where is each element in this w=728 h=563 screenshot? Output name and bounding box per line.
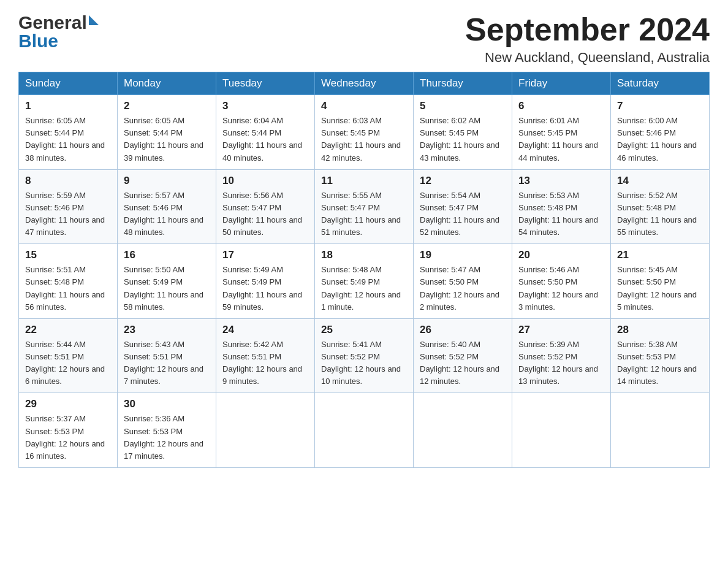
day-info: Sunrise: 5:48 AMSunset: 5:49 PMDaylight:… — [321, 265, 401, 311]
day-number: 11 — [321, 175, 407, 187]
day-number: 7 — [617, 100, 703, 112]
table-cell: 30 Sunrise: 5:36 AMSunset: 5:53 PMDaylig… — [118, 393, 216, 468]
table-cell: 21 Sunrise: 5:45 AMSunset: 5:50 PMDaylig… — [611, 244, 710, 319]
day-number: 15 — [25, 249, 111, 261]
day-info: Sunrise: 5:49 AMSunset: 5:49 PMDaylight:… — [222, 265, 302, 311]
day-number: 20 — [518, 249, 604, 261]
table-cell — [414, 393, 512, 468]
week-row-1: 1 Sunrise: 6:05 AMSunset: 5:44 PMDayligh… — [19, 95, 710, 170]
day-info: Sunrise: 6:05 AMSunset: 5:44 PMDaylight:… — [25, 116, 105, 162]
header-friday: Friday — [512, 72, 611, 95]
week-row-4: 22 Sunrise: 5:44 AMSunset: 5:51 PMDaylig… — [19, 318, 710, 393]
day-number: 24 — [222, 324, 308, 336]
day-info: Sunrise: 5:37 AMSunset: 5:53 PMDaylight:… — [25, 414, 105, 460]
logo-arrow-icon — [89, 15, 99, 25]
table-cell: 5 Sunrise: 6:02 AMSunset: 5:45 PMDayligh… — [414, 95, 512, 170]
day-info: Sunrise: 6:02 AMSunset: 5:45 PMDaylight:… — [420, 116, 499, 162]
table-cell: 13 Sunrise: 5:53 AMSunset: 5:48 PMDaylig… — [512, 169, 611, 244]
day-info: Sunrise: 5:36 AMSunset: 5:53 PMDaylight:… — [124, 414, 203, 460]
table-cell: 22 Sunrise: 5:44 AMSunset: 5:51 PMDaylig… — [19, 318, 118, 393]
day-info: Sunrise: 5:44 AMSunset: 5:51 PMDaylight:… — [25, 340, 105, 386]
day-info: Sunrise: 5:56 AMSunset: 5:47 PMDaylight:… — [222, 191, 302, 237]
table-cell: 18 Sunrise: 5:48 AMSunset: 5:49 PMDaylig… — [315, 244, 414, 319]
table-cell — [216, 393, 315, 468]
day-number: 2 — [124, 100, 210, 112]
table-cell: 14 Sunrise: 5:52 AMSunset: 5:48 PMDaylig… — [611, 169, 710, 244]
day-number: 26 — [420, 324, 506, 336]
table-cell: 7 Sunrise: 6:00 AMSunset: 5:46 PMDayligh… — [611, 95, 710, 170]
header-tuesday: Tuesday — [216, 72, 315, 95]
day-info: Sunrise: 6:01 AMSunset: 5:45 PMDaylight:… — [518, 116, 598, 162]
table-cell: 24 Sunrise: 5:42 AMSunset: 5:51 PMDaylig… — [216, 318, 315, 393]
day-number: 30 — [124, 398, 210, 410]
logo-line1: General — [18, 12, 99, 33]
header-saturday: Saturday — [611, 72, 710, 95]
month-title: September 2024 — [465, 12, 710, 47]
day-number: 19 — [420, 249, 506, 261]
table-cell: 10 Sunrise: 5:56 AMSunset: 5:47 PMDaylig… — [216, 169, 315, 244]
day-number: 27 — [518, 324, 604, 336]
table-cell: 16 Sunrise: 5:50 AMSunset: 5:49 PMDaylig… — [118, 244, 216, 319]
table-cell: 27 Sunrise: 5:39 AMSunset: 5:52 PMDaylig… — [512, 318, 611, 393]
table-cell: 20 Sunrise: 5:46 AMSunset: 5:50 PMDaylig… — [512, 244, 611, 319]
day-number: 12 — [420, 175, 506, 187]
day-info: Sunrise: 5:38 AMSunset: 5:53 PMDaylight:… — [617, 340, 697, 386]
day-info: Sunrise: 6:04 AMSunset: 5:44 PMDaylight:… — [222, 116, 302, 162]
day-number: 5 — [420, 100, 506, 112]
logo-text-general: General — [18, 12, 87, 33]
day-info: Sunrise: 5:57 AMSunset: 5:46 PMDaylight:… — [124, 191, 203, 237]
day-info: Sunrise: 5:59 AMSunset: 5:46 PMDaylight:… — [25, 191, 105, 237]
day-number: 21 — [617, 249, 703, 261]
title-area: September 2024 New Auckland, Queensland,… — [465, 12, 710, 66]
calendar-table: Sunday Monday Tuesday Wednesday Thursday… — [18, 72, 710, 468]
day-number: 1 — [25, 100, 111, 112]
day-number: 14 — [617, 175, 703, 187]
week-row-2: 8 Sunrise: 5:59 AMSunset: 5:46 PMDayligh… — [19, 169, 710, 244]
table-cell: 4 Sunrise: 6:03 AMSunset: 5:45 PMDayligh… — [315, 95, 414, 170]
day-info: Sunrise: 6:03 AMSunset: 5:45 PMDaylight:… — [321, 116, 401, 162]
table-cell — [512, 393, 611, 468]
day-info: Sunrise: 5:55 AMSunset: 5:47 PMDaylight:… — [321, 191, 401, 237]
table-cell: 26 Sunrise: 5:40 AMSunset: 5:52 PMDaylig… — [414, 318, 512, 393]
table-cell: 2 Sunrise: 6:05 AMSunset: 5:44 PMDayligh… — [118, 95, 216, 170]
header-wednesday: Wednesday — [315, 72, 414, 95]
day-info: Sunrise: 5:52 AMSunset: 5:48 PMDaylight:… — [617, 191, 697, 237]
weekday-header-row: Sunday Monday Tuesday Wednesday Thursday… — [19, 72, 710, 95]
day-info: Sunrise: 5:46 AMSunset: 5:50 PMDaylight:… — [518, 265, 598, 311]
table-cell: 3 Sunrise: 6:04 AMSunset: 5:44 PMDayligh… — [216, 95, 315, 170]
logo: General Blue — [18, 12, 99, 52]
table-cell: 6 Sunrise: 6:01 AMSunset: 5:45 PMDayligh… — [512, 95, 611, 170]
table-cell: 28 Sunrise: 5:38 AMSunset: 5:53 PMDaylig… — [611, 318, 710, 393]
table-cell: 9 Sunrise: 5:57 AMSunset: 5:46 PMDayligh… — [118, 169, 216, 244]
day-number: 25 — [321, 324, 407, 336]
day-info: Sunrise: 5:45 AMSunset: 5:50 PMDaylight:… — [617, 265, 697, 311]
day-number: 28 — [617, 324, 703, 336]
day-info: Sunrise: 5:51 AMSunset: 5:48 PMDaylight:… — [25, 265, 105, 311]
table-cell — [611, 393, 710, 468]
week-row-5: 29 Sunrise: 5:37 AMSunset: 5:53 PMDaylig… — [19, 393, 710, 468]
day-number: 6 — [518, 100, 604, 112]
day-info: Sunrise: 5:41 AMSunset: 5:52 PMDaylight:… — [321, 340, 401, 386]
header-sunday: Sunday — [19, 72, 118, 95]
day-info: Sunrise: 5:53 AMSunset: 5:48 PMDaylight:… — [518, 191, 598, 237]
page-header: General Blue September 2024 New Auckland… — [18, 12, 710, 66]
day-info: Sunrise: 5:43 AMSunset: 5:51 PMDaylight:… — [124, 340, 203, 386]
day-number: 10 — [222, 175, 308, 187]
table-cell: 11 Sunrise: 5:55 AMSunset: 5:47 PMDaylig… — [315, 169, 414, 244]
header-monday: Monday — [118, 72, 216, 95]
table-cell: 29 Sunrise: 5:37 AMSunset: 5:53 PMDaylig… — [19, 393, 118, 468]
day-number: 3 — [222, 100, 308, 112]
day-info: Sunrise: 5:39 AMSunset: 5:52 PMDaylight:… — [518, 340, 598, 386]
day-info: Sunrise: 5:54 AMSunset: 5:47 PMDaylight:… — [420, 191, 499, 237]
week-row-3: 15 Sunrise: 5:51 AMSunset: 5:48 PMDaylig… — [19, 244, 710, 319]
table-cell: 12 Sunrise: 5:54 AMSunset: 5:47 PMDaylig… — [414, 169, 512, 244]
day-number: 13 — [518, 175, 604, 187]
table-cell: 17 Sunrise: 5:49 AMSunset: 5:49 PMDaylig… — [216, 244, 315, 319]
table-cell: 15 Sunrise: 5:51 AMSunset: 5:48 PMDaylig… — [19, 244, 118, 319]
location-title: New Auckland, Queensland, Australia — [465, 50, 710, 66]
day-number: 17 — [222, 249, 308, 261]
table-cell: 23 Sunrise: 5:43 AMSunset: 5:51 PMDaylig… — [118, 318, 216, 393]
day-info: Sunrise: 5:40 AMSunset: 5:52 PMDaylight:… — [420, 340, 499, 386]
day-number: 23 — [124, 324, 210, 336]
day-info: Sunrise: 5:50 AMSunset: 5:49 PMDaylight:… — [124, 265, 203, 311]
